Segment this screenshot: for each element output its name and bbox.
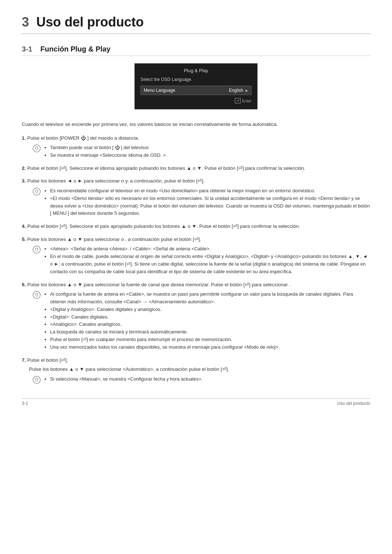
note-block-1-0: También puede usar el botón [ ⏻ ] del te…	[33, 144, 370, 159]
chapter-number: 3	[22, 15, 29, 29]
note-bullet: La búsqueda de canales se iniciará y ter…	[50, 328, 370, 336]
svg-point-10	[35, 295, 36, 295]
osd-menu-language-row: Menu Language English ▶	[140, 86, 252, 95]
section-number: 3-1	[22, 45, 32, 53]
svg-point-0	[33, 145, 40, 152]
svg-point-11	[37, 295, 38, 295]
note-bullet: <Aérea>: <Señal de antena <Aérea>. / <Ca…	[50, 245, 370, 253]
note-bullet: Se muestra el mensaje <Seleccionar idiom…	[50, 152, 167, 159]
footer-right: Uso del producto	[337, 401, 370, 406]
note-block-3-0: Es recomendable configurar el televisor …	[33, 187, 370, 217]
note-bullet: <Analógico>: Canales analógicos.	[50, 321, 370, 328]
step-3: 3. Pulse los botones ◄ o ► para seleccio…	[22, 177, 370, 217]
svg-point-7	[35, 249, 36, 250]
note-bullet: Una vez memorizados todos los canales di…	[50, 344, 370, 351]
steps-container: 1. Pulse el botón [POWER ⏻ ] del mando a…	[22, 134, 370, 384]
note-icon-6	[33, 291, 41, 299]
svg-point-6	[33, 246, 40, 253]
osd-title: Plug & Play	[140, 68, 252, 73]
svg-point-3	[33, 188, 40, 195]
osd-arrow-icon: ▶	[245, 89, 248, 93]
footer-left: 3-1	[22, 401, 28, 406]
osd-diagram: Plug & Play Select the OSD Language. Men…	[22, 63, 370, 110]
step-1: 1. Pulse el botón [POWER ⏻ ] del mando a…	[22, 134, 370, 159]
note-icon-7	[33, 376, 41, 384]
note-bullet: Pulse el botón [⏎] en cualquier momento …	[50, 336, 370, 344]
step-text-4: 4. Pulse el botón [⏎]. Seleccione el paí…	[22, 222, 370, 230]
step-6: 6. Pulse los botones ▲ o ▼ para seleccio…	[22, 281, 370, 351]
step-text-3: 3. Pulse los botones ◄ o ► para seleccio…	[22, 177, 370, 185]
note-icon-1	[33, 144, 41, 152]
osd-footer: ⏎ Enter	[140, 98, 252, 103]
note-bullet: <Digital y Analógico>: Canales digitales…	[50, 306, 370, 313]
svg-point-2	[37, 148, 38, 149]
svg-point-14	[37, 379, 38, 380]
svg-point-13	[35, 379, 36, 380]
note-bullet: Es recomendable configurar el televisor …	[50, 187, 370, 195]
svg-point-4	[35, 191, 36, 192]
step-text-1: 1. Pulse el botón [POWER ⏻ ] del mando a…	[22, 134, 370, 142]
svg-point-5	[37, 191, 38, 192]
svg-point-8	[37, 249, 38, 250]
step-subtext-7: Pulse los botones ▲ o ▼ para seleccionar…	[29, 365, 370, 373]
note-bullet: <El modo <Demo tienda> sólo es necesario…	[50, 195, 370, 217]
svg-point-1	[35, 148, 36, 149]
note-bullet: En el modo de cable, puede seleccionar e…	[50, 253, 370, 275]
step-text-5: 5. Pulse los botones ▲ o ▼ para seleccio…	[22, 235, 370, 243]
osd-menu-value: English ▶	[229, 88, 248, 93]
note-icon-5	[33, 246, 41, 254]
note-bullet: Si selecciona <Manual>, se muestra <Conf…	[50, 376, 203, 383]
note-block-5-0: <Aérea>: <Señal de antena <Aérea>. / <Ca…	[33, 245, 370, 275]
note-bullet: Al configurar la fuente de antena en <Ca…	[50, 291, 370, 306]
osd-subtitle: Select the OSD Language.	[140, 77, 252, 82]
chapter-header: 3 Uso del producto	[22, 15, 370, 34]
step-text-6: 6. Pulse los botones ▲ o ▼ para seleccio…	[22, 281, 370, 289]
step-text-2: 2. Pulse el botón [⏎]. Seleccione el idi…	[22, 164, 370, 172]
note-bullet: También puede usar el botón [ ⏻ ] del te…	[50, 144, 167, 152]
osd-menu-label: Menu Language	[144, 88, 175, 93]
note-icon-3	[33, 188, 41, 196]
osd-enter-label: Enter	[242, 99, 252, 103]
step-text-7: 7. Pulse el botón [⏎].	[22, 356, 370, 364]
svg-point-12	[33, 376, 40, 383]
intro-paragraph: Cuando el televisor se enciende por prim…	[22, 120, 370, 128]
svg-point-9	[33, 291, 40, 299]
step-4: 4. Pulse el botón [⏎]. Seleccione el paí…	[22, 222, 370, 230]
chapter-title-text: Uso del producto	[36, 15, 144, 29]
enter-icon: ⏎	[235, 98, 241, 103]
page-footer: 3-1 Uso del producto	[22, 398, 370, 406]
step-5: 5. Pulse los botones ▲ o ▼ para seleccio…	[22, 235, 370, 276]
note-bullet: <Digital>: Canales digitales.	[50, 313, 370, 321]
intro-text: Cuando el televisor se enciende por prim…	[22, 120, 370, 128]
section-title-text: Función Plug & Play	[40, 45, 110, 53]
step-2: 2. Pulse el botón [⏎]. Seleccione el idi…	[22, 164, 370, 172]
section-header: 3-1 Función Plug & Play	[22, 45, 370, 56]
note-block-7-0: Si selecciona <Manual>, se muestra <Conf…	[33, 376, 370, 384]
note-block-6-0: Al configurar la fuente de antena en <Ca…	[33, 291, 370, 351]
step-7: 7. Pulse el botón [⏎].Pulse los botones …	[22, 356, 370, 384]
